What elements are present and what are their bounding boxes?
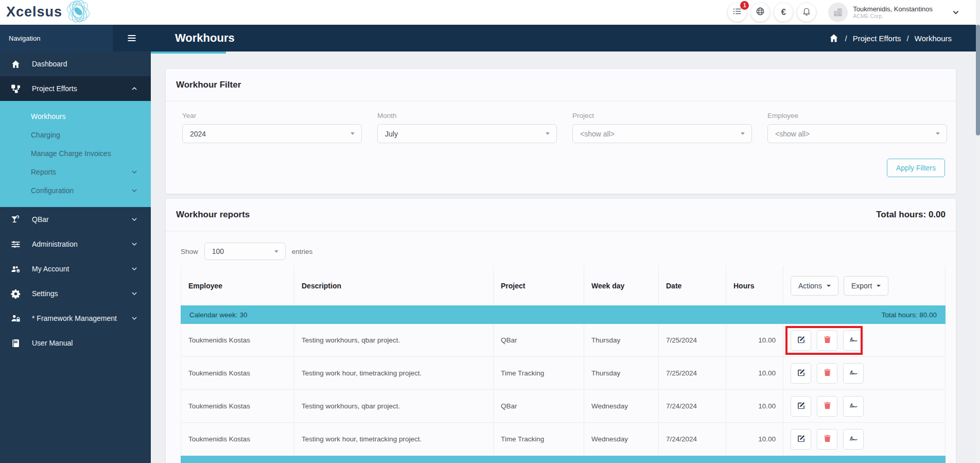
sidebar-item-charging[interactable]: Charging — [0, 126, 151, 144]
home-icon[interactable] — [829, 33, 839, 43]
sidebar-item-project-efforts[interactable]: Project Efforts — [0, 76, 151, 101]
cell-date: 7/25/2024 — [659, 357, 726, 389]
delete-icon — [823, 401, 832, 411]
column-header-date[interactable]: Date — [659, 266, 726, 305]
column-header-hours[interactable]: Hours — [726, 266, 783, 305]
cell-hours: 10.00 — [726, 423, 783, 455]
select-arrow-icon — [546, 132, 550, 135]
employee-select[interactable]: <show all> — [767, 124, 947, 143]
delete-icon — [823, 335, 832, 346]
sidebar-item-configuration[interactable]: Configuration — [0, 181, 151, 200]
edit-button[interactable] — [791, 330, 811, 351]
select-value: July — [385, 130, 398, 138]
edit-button[interactable] — [791, 429, 811, 450]
task-list-icon-button[interactable]: 1 — [728, 3, 746, 22]
select-arrow-icon — [351, 132, 355, 135]
year-select[interactable]: 2024 — [182, 124, 362, 143]
month-select[interactable]: July — [377, 124, 557, 143]
sidebar-item-label: Dashboard — [32, 60, 67, 68]
sidebar-item-workhours[interactable]: Workhours — [0, 107, 151, 126]
export-dropdown-button[interactable]: Export — [844, 276, 888, 296]
actions-dropdown-button[interactable]: Actions — [791, 276, 838, 296]
filter-field-month: MonthJuly — [377, 112, 557, 143]
signature-button[interactable] — [843, 363, 864, 384]
navigation-label: Navigation — [9, 35, 40, 42]
sidebar-item-label: QBar — [32, 215, 49, 224]
sidebar-item-administration[interactable]: Administration — [0, 232, 151, 256]
signature-button[interactable] — [843, 396, 864, 417]
delete-button[interactable] — [817, 396, 837, 417]
bell-icon — [802, 7, 811, 18]
signature-button[interactable] — [843, 330, 864, 351]
sidebar: DashboardProject EffortsWorkhoursChargin… — [0, 52, 151, 463]
cell-week-day: Thursday — [584, 357, 659, 389]
delete-button[interactable] — [817, 363, 837, 384]
workhour-row: Toukmenidis KostasTesting work hour, tim… — [181, 423, 946, 456]
page-size-row: Show 100 entries — [181, 243, 956, 260]
edit-button[interactable] — [791, 396, 811, 417]
table-body: Toukmenidis KostasTesting workhours, qba… — [181, 324, 946, 456]
breadcrumb-workhours[interactable]: Workhours — [915, 34, 952, 43]
row-actions-cell — [783, 390, 946, 422]
brand-logo[interactable]: Xcelsus — [6, 0, 93, 25]
column-header-description[interactable]: Description — [294, 266, 494, 305]
select-value: 2024 — [190, 130, 206, 138]
cell-employee: Toukmenidis Kostas — [181, 357, 294, 389]
delete-button[interactable] — [817, 330, 837, 351]
user-lock-icon — [11, 314, 21, 323]
page-size-select[interactable]: 100 — [204, 243, 286, 260]
select-arrow-icon — [274, 250, 278, 253]
workhour-row: Toukmenidis KostasTesting workhours, qba… — [181, 390, 946, 423]
workhour-filter-card: Workhour Filter Year2024MonthJulyProject… — [166, 69, 956, 194]
delete-button[interactable] — [817, 429, 837, 450]
apply-filters-button[interactable]: Apply Filters — [887, 159, 945, 177]
sidebar-item-dashboard[interactable]: Dashboard — [0, 52, 151, 76]
brand-name: Xcelsus — [6, 4, 62, 20]
signature-icon — [849, 335, 858, 346]
edit-button[interactable] — [791, 363, 811, 384]
workhour-reports-card: Workhour reports Total hours: 0.00 Show … — [166, 199, 956, 463]
signature-button[interactable] — [843, 429, 864, 450]
sidebar-item-user-manual[interactable]: User Manual — [0, 331, 151, 355]
sidebar-subitem-label: Reports — [31, 168, 56, 176]
cell-project: QBar — [494, 324, 584, 356]
sidebar-toggle-button[interactable] — [113, 25, 151, 52]
edit-icon — [797, 335, 806, 346]
column-header-project[interactable]: Project — [494, 266, 584, 305]
signature-icon — [849, 368, 858, 379]
company-avatar — [828, 3, 848, 22]
filter-field-label: Employee — [767, 112, 947, 119]
column-header-week-day[interactable]: Week day — [584, 266, 659, 305]
cell-project: QBar — [494, 390, 584, 422]
chevron-down-icon — [131, 266, 137, 272]
home-icon — [11, 59, 21, 69]
scrollbar-thumb[interactable] — [976, 25, 980, 135]
sidebar-item-label: Project Efforts — [32, 84, 77, 93]
task-list-icon — [732, 7, 742, 18]
project-select[interactable]: <show all> — [572, 124, 752, 143]
user-company: ACME Corp. — [853, 13, 933, 20]
sidebar-item-my-account[interactable]: My Account — [0, 256, 151, 281]
column-header-employee[interactable]: Employee — [181, 266, 294, 305]
user-menu[interactable]: Toukmenidis, Konstantinos ACME Corp. — [828, 3, 959, 22]
chevron-down-icon — [131, 216, 137, 222]
cell-description: Testing work hour, timetracking project. — [294, 357, 494, 389]
sidebar-item-reports[interactable]: Reports — [0, 163, 151, 181]
euro-icon-button[interactable]: € — [774, 3, 793, 22]
chevron-down-icon[interactable] — [952, 9, 959, 16]
sidebar-item-framework-management[interactable]: * Framework Management — [0, 306, 151, 331]
topbar: Xcelsus 1€ Toukmenidis, — [0, 0, 980, 25]
select-arrow-icon — [936, 132, 940, 135]
vertical-scrollbar[interactable] — [976, 0, 980, 463]
sidebar-item-label: Administration — [32, 240, 78, 248]
sidebar-item-manage-charge-invoices[interactable]: Manage Charge Invoices — [0, 144, 151, 163]
sidebar-item-qbar[interactable]: QBar — [0, 207, 151, 232]
sidebar-item-settings[interactable]: Settings — [0, 281, 151, 306]
table-header-row: EmployeeDescriptionProjectWeek dayDateHo… — [181, 266, 946, 305]
bell-icon-button[interactable] — [797, 3, 816, 22]
total-hours-label: Total hours: 0.00 — [876, 210, 946, 220]
globe-icon-button[interactable] — [751, 3, 769, 22]
breadcrumb-project-efforts[interactable]: Project Efforts — [853, 34, 901, 43]
reports-card-header: Workhour reports Total hours: 0.00 — [166, 199, 956, 231]
caret-down-icon — [877, 285, 881, 287]
